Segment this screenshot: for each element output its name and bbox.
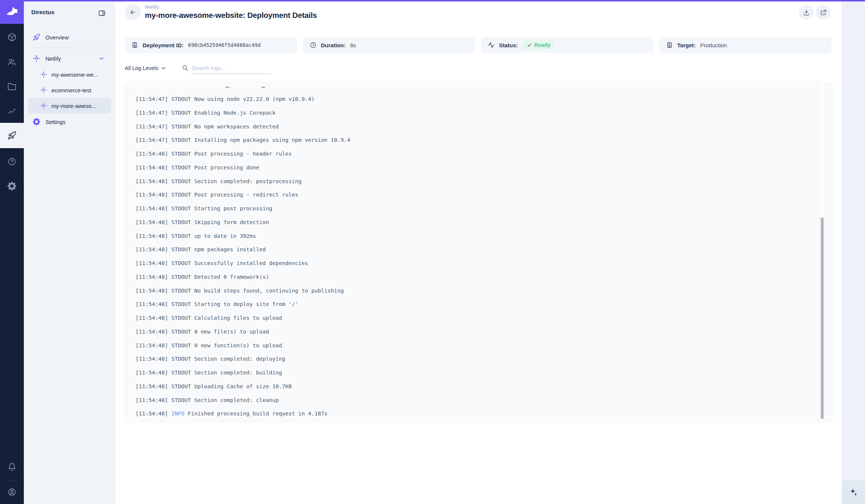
sidebar-item-netlify[interactable]: Netlify: [24, 50, 115, 67]
log-level: STDOUT: [171, 219, 191, 225]
log-message: Uploading Cache of size 10.7KB: [194, 383, 292, 389]
log-level: STDOUT: [171, 192, 191, 198]
ai-sparkles-button[interactable]: [842, 481, 865, 504]
log-level: STDOUT: [171, 246, 191, 252]
users-module-icon[interactable]: [0, 52, 24, 73]
sidebar-project-title: Directus: [31, 9, 54, 16]
log-timestamp: [11:54:47]: [136, 96, 168, 102]
log-message: 0 new file(s) to upload: [194, 329, 269, 335]
log-message: Calculating files to upload: [194, 315, 282, 321]
log-level-dropdown[interactable]: All Log Levels: [125, 65, 166, 71]
package-icon: [7, 33, 16, 42]
download-icon: [803, 9, 810, 16]
log-message: Post processing - redirect rules: [194, 192, 298, 198]
sidebar-item-label: ecommerce-test: [51, 87, 106, 93]
log-line: [11:54:48]STDOUTDetected 0 framework(s): [136, 270, 810, 284]
breadcrumb: Netlify: [145, 4, 159, 10]
content-module-icon[interactable]: [0, 27, 24, 48]
log-message: Section completed: postprocessing: [194, 178, 302, 184]
log-level: STDOUT: [171, 205, 191, 211]
netlify-icon: [40, 102, 47, 109]
collapse-sidebar-button[interactable]: [97, 8, 106, 18]
directus-logo[interactable]: [0, 0, 24, 24]
log-message: 0 new function(s) to upload: [194, 342, 282, 348]
netlify-module-icon[interactable]: [0, 125, 24, 146]
bell-icon: [7, 463, 16, 472]
log-search: [182, 64, 271, 74]
netlify-icon: [40, 71, 47, 78]
back-button[interactable]: [125, 4, 141, 20]
log-line: [11:54:48]STDOUTNo build steps found, co…: [136, 284, 810, 298]
log-message: Post processing done: [194, 165, 260, 170]
sidebar-item-label: Overview: [45, 34, 110, 41]
log-line: [11:54:48]INFOFinished processing build …: [136, 407, 810, 421]
log-timestamp: [11:54:48]: [136, 219, 168, 225]
log-line: [11:54:48]STDOUTSection completed: deplo…: [136, 352, 810, 366]
log-timestamp: [11:54:47]: [136, 137, 168, 143]
log-level: STDOUT: [171, 383, 191, 389]
rocket-icon: [7, 131, 16, 140]
log-timestamp: [11:54:48]: [136, 411, 168, 417]
download-logs-button[interactable]: [799, 5, 814, 20]
info-card-deploymentid: Deployment ID:698cb4525946f5d4088ac49d: [125, 37, 297, 53]
help-icon: [7, 157, 16, 166]
log-level-dropdown-label: All Log Levels: [125, 65, 158, 71]
sidebar-item-settings[interactable]: Settings: [24, 114, 115, 130]
log-level: STDOUT: [171, 124, 191, 130]
search-icon: [182, 64, 188, 73]
log-timestamp: [11:54:48]: [136, 151, 168, 157]
insights-module-icon[interactable]: [0, 101, 24, 122]
card-value: 6s: [350, 42, 356, 48]
log-message: Starting to deploy site from '/': [194, 301, 298, 307]
settings-module-icon[interactable]: [0, 176, 24, 197]
open-external-button[interactable]: [816, 5, 831, 20]
arrow-left-icon: [129, 9, 137, 16]
log-message: Now using node v22.22.0 (npm v10.9.4): [194, 96, 315, 102]
help-icon[interactable]: [0, 151, 24, 172]
sidebar-item-my-more-awesome-website[interactable]: my-more-aweso...: [28, 98, 111, 114]
log-message: Post processing - header rules: [194, 151, 292, 157]
project-accent-bar: [0, 0, 865, 1]
notifications-bell-icon[interactable]: [0, 457, 24, 478]
log-timestamp: [11:54:48]: [136, 274, 168, 280]
log-timestamp: [11:54:48]: [136, 397, 168, 403]
navigation-sidebar: Directus OverviewNetlifymy-awesome-we...…: [24, 0, 115, 504]
scrollbar-thumb[interactable]: [821, 217, 824, 419]
info-card-status: Status:Ready: [481, 37, 653, 53]
log-line: [11:54:48]STDOUTSuccessfully installed d…: [136, 256, 810, 270]
clipboard-icon: [131, 42, 138, 48]
log-line: [11:54:48]STDOUTUploading Cache of size …: [136, 380, 810, 393]
log-line: [11:54:48]STDOUT0 new file(s) to upload: [136, 325, 810, 339]
log-line: [11:54:47]STDOUTEnabling Node.js Corepac…: [136, 106, 810, 120]
log-level: STDOUT: [171, 356, 191, 362]
info-card-duration: Duration:6s: [303, 37, 476, 53]
log-timestamp: [11:54:48]: [136, 301, 168, 307]
log-line: [11:54:48]STDOUTSection completed: postp…: [136, 175, 810, 188]
log-timestamp: [11:54:48]: [136, 342, 168, 348]
sidebar-item-ecommerce-test[interactable]: ecommerce-test: [28, 82, 111, 98]
files-module-icon[interactable]: [0, 76, 24, 97]
sidebar-item-label: Settings: [45, 119, 110, 125]
log-line: [11:54:47]STDOUTNow using node v22.22.0 …: [136, 92, 810, 106]
deployment-info-cards: Deployment ID:698cb4525946f5d4088ac49dDu…: [125, 37, 831, 53]
sidebar-item-overview[interactable]: Overview: [24, 29, 115, 45]
log-timestamp: [11:54:48]: [136, 383, 168, 389]
search-input[interactable]: [191, 64, 271, 74]
sidebar-item-label: my-more-aweso...: [51, 103, 106, 109]
log-message: Enabling Node.js Corepack: [194, 110, 276, 116]
log-line: [11:54:47]STDOUTNo npm workspaces detect…: [136, 120, 810, 134]
log-message: Starting post processing: [194, 205, 273, 211]
user-avatar-icon[interactable]: [0, 482, 24, 503]
gear-icon: [33, 118, 40, 125]
log-message: Successfully installed dependencies: [194, 260, 308, 266]
clipped-log-line: [226, 87, 397, 88]
netlify-icon: [40, 87, 47, 93]
log-timestamp: [11:54:48]: [136, 288, 168, 294]
log-message: Finished processing build request in 4.1…: [188, 411, 327, 417]
scrollbar-track[interactable]: [819, 82, 825, 422]
log-level: STDOUT: [171, 165, 191, 170]
log-timestamp: [11:54:47]: [136, 110, 168, 116]
log-message: Installing npm packages using npm versio…: [194, 137, 350, 143]
sparkles-icon: [849, 488, 858, 497]
sidebar-item-my-awesome-website[interactable]: my-awesome-we...: [28, 67, 111, 82]
